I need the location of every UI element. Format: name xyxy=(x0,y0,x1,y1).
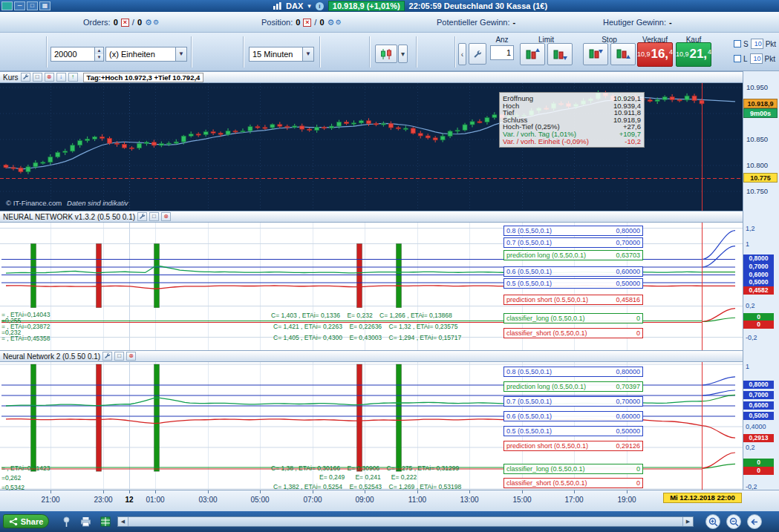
pin-icon-button[interactable] xyxy=(59,515,73,528)
stop-distance-input[interactable] xyxy=(751,39,763,49)
stop-checkbox[interactable] xyxy=(734,40,741,47)
scroll-thumb[interactable] xyxy=(128,517,682,526)
position-settings-icon-2[interactable]: ⚙ xyxy=(335,19,341,27)
units-dropdown[interactable]: (x) Einheiten ▼ xyxy=(105,47,187,62)
position-settings-icon[interactable]: ⚙ xyxy=(327,19,335,27)
quantity-spin-buttons[interactable]: ▲▼ xyxy=(94,47,103,61)
indicator-value: 0,60000 xyxy=(616,267,640,276)
wrench-icon[interactable] xyxy=(102,352,112,361)
price-chart[interactable] xyxy=(0,83,743,211)
upload-icon[interactable]: ↑ xyxy=(68,73,78,82)
sell-limit-button[interactable] xyxy=(547,43,573,65)
indicator-label-0-8-0-5-50-0-1[interactable]: 0.8 (0.5,50,0.1)0,80000 xyxy=(503,367,643,377)
buy-limit-button[interactable] xyxy=(520,43,545,65)
sell-stop-button[interactable] xyxy=(610,43,636,65)
buy-stop-button[interactable] xyxy=(583,43,608,65)
spin-down-icon[interactable]: ▼ xyxy=(95,54,103,61)
chevron-down-icon[interactable]: ▼ xyxy=(175,47,186,61)
indicator-label-prediction-short-0-5-50-0-1[interactable]: prediction short (0.5,50,0.1)0,45816 xyxy=(503,295,643,305)
chart-style-dropdown-button[interactable]: ▾ xyxy=(398,45,408,63)
zoom-in-button[interactable] xyxy=(705,514,720,529)
trading-platform-window: ─ □ ▦ DAX ▾ i 10.918,9 (+1,01%) 22:05:59… xyxy=(0,0,779,532)
orders-settings-icon-2[interactable]: ⚙ xyxy=(153,19,159,27)
buy-button[interactable]: 10,9 21, 4 xyxy=(676,42,711,67)
indicator-label-0-5-0-5-50-0-1[interactable]: 0.5 (0.5,50,0.1)0,50000 xyxy=(503,426,643,436)
anz-input[interactable] xyxy=(490,45,514,60)
indicator-name: classifier_long (0.5,50,0.1) xyxy=(506,314,585,323)
share-button[interactable]: Share xyxy=(3,514,49,528)
instrument-symbol[interactable]: DAX xyxy=(286,1,303,10)
limit-distance-input[interactable] xyxy=(750,53,763,64)
time-axis-tick xyxy=(574,490,575,493)
window-icon[interactable]: □ xyxy=(114,352,124,361)
app-menu-button[interactable] xyxy=(1,1,13,10)
moving-average-line xyxy=(6,97,735,168)
window-icon[interactable]: □ xyxy=(33,73,42,82)
indicator-value: 0 xyxy=(636,464,640,473)
limit-checkbox[interactable] xyxy=(734,55,741,62)
close-icon[interactable]: ⊗ xyxy=(45,73,54,82)
maximize-button[interactable]: □ xyxy=(27,1,38,10)
indicator-label-prediction-long-0-5-50-0-1[interactable]: prediction long (0.5,50,0.1)0,70397 xyxy=(503,381,643,392)
indicator-label-classifier-long-0-5-50-0-1[interactable]: classifier_long (0.5,50,0.1)0 xyxy=(503,313,643,324)
share-icon xyxy=(9,517,18,526)
indicator-name: 0.6 (0.5,50,0.1) xyxy=(506,267,552,276)
indicator-label-0-7-0-5-50-0-1[interactable]: 0.7 (0.5,50,0.1)0,70000 xyxy=(503,396,643,407)
spin-up-icon[interactable]: ▲ xyxy=(95,47,103,54)
horizontal-scrollbar[interactable]: ◀ ▶ xyxy=(117,516,694,527)
indicator-label-0-6-0-5-50-0-1[interactable]: 0.6 (0.5,50,0.1)0,60000 xyxy=(503,266,643,277)
collapse-panel-button[interactable]: ‹ xyxy=(458,43,466,65)
indicator-value: 0,60000 xyxy=(616,412,640,421)
close-icon[interactable]: ⊗ xyxy=(126,352,136,361)
indicator-label-0-5-0-5-50-0-1[interactable]: 0.5 (0.5,50,0.1)0,50000 xyxy=(503,278,643,289)
cancel-orders-icon[interactable]: × xyxy=(121,19,129,27)
indicator-label-prediction-short-0-5-50-0-1[interactable]: prediction short (0.5,50,0.1)0,29126 xyxy=(503,441,643,451)
table-view-button[interactable] xyxy=(99,515,112,528)
quantity-stepper[interactable]: 20000 ▲▼ xyxy=(50,47,104,62)
scroll-right-button[interactable]: ▶ xyxy=(682,517,693,526)
position-label: Position: xyxy=(261,18,293,27)
printer-button[interactable] xyxy=(79,515,92,528)
indicator-label-prediction-long-0-5-50-0-1[interactable]: prediction long (0.5,50,0.1)0,63703 xyxy=(503,250,643,260)
time-axis-tick xyxy=(627,490,628,493)
chevron-down-icon[interactable]: ▼ xyxy=(302,47,313,61)
time-axis[interactable]: 21:0023:001201:0003:0005:0007:0009:0011:… xyxy=(0,490,779,511)
indicator-label-0-7-0-5-50-0-1[interactable]: 0.7 (0.5,50,0.1)0,70000 xyxy=(503,237,643,248)
chart-style-button[interactable] xyxy=(375,45,397,63)
indicator-name: classifier_long (0.5,50,0.1) xyxy=(506,464,585,473)
timeframe-dropdown[interactable]: 15 Minuten ▼ xyxy=(249,47,314,62)
info-icon[interactable]: i xyxy=(316,2,324,10)
potential-profit-label: Potentieller Gewinn: xyxy=(437,18,509,27)
indicator-name: prediction short (0.5,50,0.1) xyxy=(506,295,588,304)
download-icon[interactable]: ↓ xyxy=(56,73,66,82)
close-icon[interactable]: ⊗ xyxy=(161,212,171,221)
indicator-value: 0,80000 xyxy=(616,367,640,376)
indicator-label-classifier-long-0-5-50-0-1[interactable]: classifier_long (0.5,50,0.1)0 xyxy=(503,464,643,474)
indicator-label-classifier-short-0-5-50-0-1[interactable]: classifier_short (0.5,50,0.1)0 xyxy=(503,478,643,488)
minimize-button[interactable]: ─ xyxy=(14,1,25,10)
price-axis-strip[interactable] xyxy=(743,71,779,490)
orders-label: Orders: xyxy=(83,18,111,27)
scroll-left-button[interactable]: ◀ xyxy=(118,517,128,526)
zoom-out-button[interactable] xyxy=(726,514,741,529)
chevron-down-icon[interactable]: ▾ xyxy=(307,2,311,10)
orders-count: 0 xyxy=(114,18,118,27)
indicator-label-classifier-short-0-5-50-0-1[interactable]: classifier_short (0.5,50,0.1)0 xyxy=(503,328,643,338)
wrench-icon[interactable] xyxy=(137,212,147,221)
keyboard-icon[interactable]: ▦ xyxy=(39,1,50,10)
time-axis-label: 01:00 xyxy=(139,496,172,504)
title-bar: ─ □ ▦ DAX ▾ i 10.918,9 (+1,01%) 22:05:59… xyxy=(0,0,779,12)
indicator-name: classifier_short (0.5,50,0.1) xyxy=(506,329,587,338)
order-settings-button[interactable] xyxy=(469,43,486,65)
units-value: (x) Einheiten xyxy=(106,50,175,59)
sell-button[interactable]: 10,9 16, 4 xyxy=(637,42,673,67)
close-position-icon[interactable]: × xyxy=(303,19,311,27)
buy-price-prefix: 10,9 xyxy=(676,50,689,58)
orders-settings-icon[interactable]: ⚙ xyxy=(145,19,152,27)
history-back-button[interactable] xyxy=(747,514,762,529)
indicator-label-0-8-0-5-50-0-1[interactable]: 0.8 (0.5,50,0.1)0,80000 xyxy=(503,226,643,236)
wrench-icon[interactable] xyxy=(21,73,30,82)
toolbar-separator xyxy=(243,36,244,68)
indicator-label-0-6-0-5-50-0-1[interactable]: 0.6 (0.5,50,0.1)0,60000 xyxy=(503,411,643,421)
window-icon[interactable]: □ xyxy=(149,212,159,221)
